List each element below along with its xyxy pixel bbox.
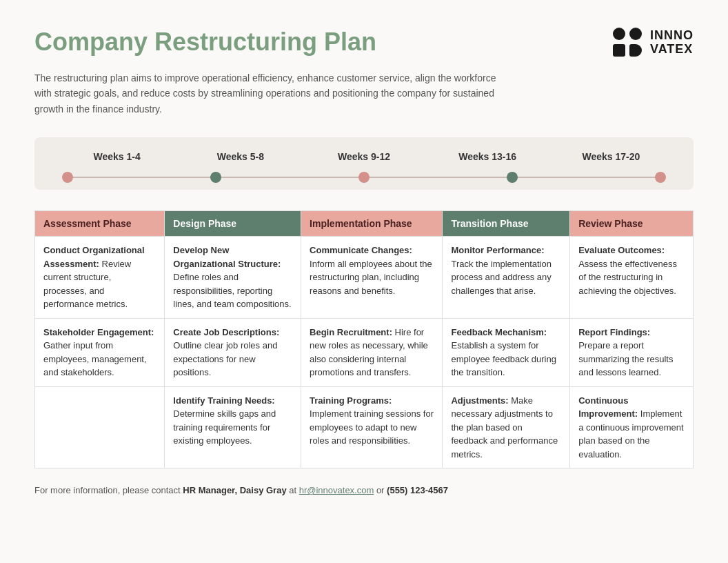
table-row: Stakeholder Engagement: Gather input fro…: [35, 318, 694, 386]
timeline-dot-4: [507, 172, 518, 183]
col-header-assessment: Assessment Phase: [35, 211, 165, 237]
col-header-design: Design Phase: [165, 211, 301, 237]
task-title: Identify Training Needs:: [173, 395, 274, 406]
task-title: Feedback Mechanism:: [451, 327, 547, 337]
timeline-dot-3: [358, 172, 370, 183]
task-title: Communicate Changes:: [310, 245, 412, 255]
task-title: Report Findings:: [578, 327, 650, 337]
description: The restructuring plan aims to improve o…: [34, 70, 503, 117]
timeline-week-3: Weeks 9-12: [302, 151, 425, 162]
cell-4-2: Continuous Improvement: Implement a cont…: [570, 386, 694, 468]
timeline-week-1: Weeks 1-4: [55, 151, 179, 162]
cell-3-1: Feedback Mechanism: Establish a system f…: [443, 318, 570, 386]
footer-contact: HR Manager, Daisy Gray: [183, 485, 286, 495]
cell-0-1: Stakeholder Engagement: Gather input fro…: [35, 318, 165, 386]
task-title: Create Job Descriptions:: [173, 327, 279, 337]
plan-table: Assessment Phase Design Phase Implementa…: [34, 210, 694, 468]
col-header-review: Review Phase: [570, 211, 694, 237]
footer: For more information, please contact HR …: [34, 485, 694, 495]
cell-2-1: Begin Recruitment: Hire for new roles as…: [301, 318, 443, 386]
table-header-row: Assessment Phase Design Phase Implementa…: [35, 211, 694, 237]
logo-dot-1: [613, 28, 625, 40]
task-title: Continuous Improvement:: [578, 395, 638, 419]
task-title: Evaluate Outcomes:: [578, 245, 665, 255]
footer-phone: (555) 123-4567: [387, 485, 448, 495]
footer-text-before: For more information, please contact: [34, 485, 183, 495]
task-title: Stakeholder Engagement:: [43, 327, 154, 337]
table-row: Conduct Organizational Assessment: Revie…: [35, 237, 694, 319]
cell-0-2: [35, 386, 165, 468]
task-title: Begin Recruitment:: [310, 327, 392, 337]
timeline-week-5: Weeks 17-20: [549, 151, 673, 162]
logo: INNNOVATEX: [613, 28, 694, 58]
timeline-week-4: Weeks 13-16: [426, 151, 549, 162]
logo-sq-1: [613, 44, 625, 57]
timeline-track: [55, 172, 673, 183]
table-row: Identify Training Needs: Determine skill…: [35, 386, 694, 468]
cell-4-0: Evaluate Outcomes: Assess the effectiven…: [570, 237, 694, 319]
task-title: Adjustments:: [451, 395, 508, 406]
cell-0-0: Conduct Organizational Assessment: Revie…: [35, 237, 165, 319]
col-header-transition: Transition Phase: [443, 211, 570, 237]
timeline-week-2: Weeks 5-8: [179, 151, 302, 162]
cell-1-0: Develop New Organizational Structure: De…: [165, 237, 301, 319]
cell-4-1: Report Findings: Prepare a report summar…: [570, 318, 694, 386]
task-title: Monitor Performance:: [451, 245, 544, 255]
timeline-dot-2: [210, 172, 221, 183]
col-header-implementation: Implementation Phase: [301, 211, 443, 237]
task-title: Develop New Organizational Structure:: [173, 245, 281, 269]
logo-dot-2: [629, 28, 642, 40]
logo-icon: [613, 28, 643, 58]
cell-2-0: Communicate Changes: Inform all employee…: [301, 237, 443, 319]
logo-dot-3: [629, 44, 642, 57]
cell-3-0: Monitor Performance: Track the implement…: [443, 237, 570, 319]
timeline-dot-5: [655, 172, 666, 183]
footer-text-after: or: [374, 485, 387, 495]
timeline-dot-1: [62, 172, 73, 183]
cell-3-2: Adjustments: Make necessary adjustments …: [443, 386, 570, 468]
cell-1-1: Create Job Descriptions: Outline clear j…: [165, 318, 301, 386]
page-title: Company Restructuring Plan: [34, 28, 376, 57]
task-title: Conduct Organizational Assessment:: [43, 245, 145, 269]
page-header: Company Restructuring Plan INNNOVATEX: [34, 28, 694, 58]
cell-2-2: Training Programs: Implement training se…: [301, 386, 443, 468]
logo-text: INNNOVATEX: [650, 29, 694, 57]
cell-1-2: Identify Training Needs: Determine skill…: [165, 386, 301, 468]
footer-email[interactable]: hr@innovatex.com: [299, 485, 374, 495]
footer-text-mid: at: [287, 485, 299, 495]
timeline-section: Weeks 1-4 Weeks 5-8 Weeks 9-12 Weeks 13-…: [34, 137, 694, 190]
task-title: Training Programs:: [310, 395, 392, 406]
timeline-labels: Weeks 1-4 Weeks 5-8 Weeks 9-12 Weeks 13-…: [55, 151, 673, 162]
